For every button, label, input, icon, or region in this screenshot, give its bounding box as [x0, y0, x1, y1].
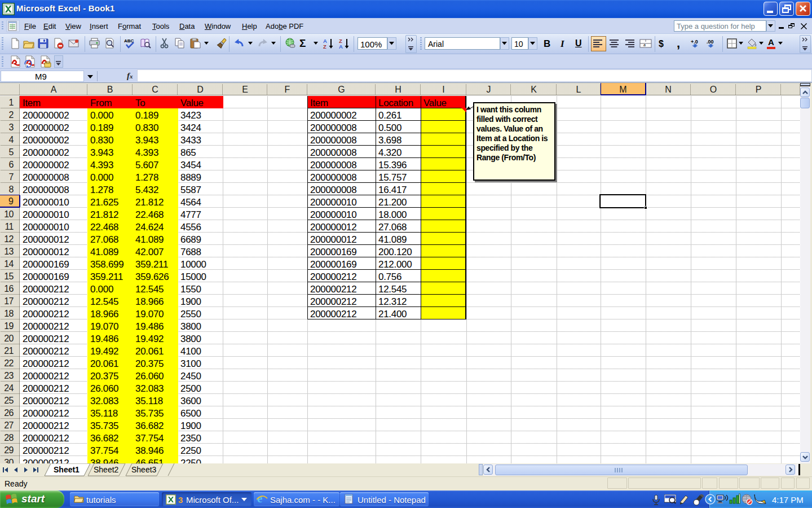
svg-text:+.0: +.0	[691, 39, 698, 45]
svg-text:.00: .00	[707, 39, 714, 45]
svg-text:a: a	[643, 42, 646, 47]
svg-text:Z: Z	[323, 43, 326, 49]
svg-text:A: A	[339, 43, 343, 49]
